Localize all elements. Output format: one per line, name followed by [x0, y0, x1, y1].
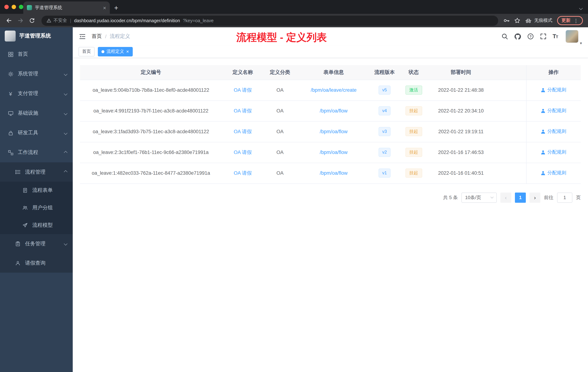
incognito-icon — [525, 18, 532, 23]
sidebar-item-process-management[interactable]: 流程管理 — [0, 162, 73, 182]
chevron-down-icon — [491, 196, 494, 198]
back-button[interactable] — [4, 16, 13, 25]
breadcrumb-home[interactable]: 首页 — [92, 33, 102, 40]
github-icon[interactable] — [514, 33, 521, 40]
definition-name-link[interactable]: OA 请假 — [234, 108, 252, 113]
navbar-actions: ? TT ▼ — [501, 30, 583, 43]
clipboard-icon — [15, 241, 21, 246]
sidebar-item-label: 流程模型 — [32, 222, 67, 229]
tag-home[interactable]: 首页 — [79, 47, 94, 56]
sidebar-item-infrastructure[interactable]: 基础设施 — [0, 103, 73, 123]
version-badge: v1 — [378, 169, 390, 178]
next-page-button[interactable]: › — [529, 192, 540, 203]
browser-tab[interactable]: 芋道管理系统 × — [23, 1, 110, 14]
browser-update-button[interactable]: 更新 ⋮ — [557, 16, 583, 25]
definition-id: oa_leave:2:3c1f0ef1-76b1-11ec-9c66-a2380… — [80, 142, 222, 163]
assign-rule-link[interactable]: 分配规则 — [541, 170, 566, 176]
sidebar-item-system[interactable]: 系统管理 — [0, 64, 73, 84]
definition-name-link[interactable]: OA 请假 — [234, 87, 252, 93]
user-menu[interactable]: ▼ — [566, 30, 583, 43]
monitor-icon — [7, 110, 14, 116]
search-icon[interactable] — [501, 33, 508, 40]
bookmark-star-icon[interactable] — [514, 17, 520, 24]
reload-button[interactable] — [28, 16, 36, 25]
form-link[interactable]: /bpm/oa/flow — [320, 129, 347, 134]
tree-list-icon — [15, 169, 21, 175]
user-icon — [541, 171, 546, 175]
form-link[interactable]: /bpm/oa/leave/create — [311, 87, 357, 93]
security-indicator[interactable]: 不安全 — [47, 17, 67, 24]
font-size-icon[interactable]: TT — [553, 33, 558, 40]
form-link[interactable]: /bpm/oa/flow — [320, 108, 347, 114]
incognito-badge: 无痕模式 — [525, 17, 552, 24]
chevron-down-icon — [64, 242, 67, 245]
tab-close-icon[interactable]: × — [103, 5, 106, 10]
page-title: 流程模型 - 定义列表 — [236, 31, 327, 44]
sidebar-item-user-group[interactable]: 用户分组 — [0, 199, 73, 217]
assign-rule-label: 分配规则 — [547, 108, 566, 114]
close-window-button[interactable] — [4, 5, 9, 9]
assign-rule-link[interactable]: 分配规则 — [541, 149, 566, 156]
tag-close-icon[interactable]: × — [126, 49, 129, 54]
sidebar-fold-icon[interactable] — [78, 33, 86, 40]
user-avatar[interactable] — [566, 30, 578, 43]
definition-id: oa_leave:4:991f2193-7b7f-11ec-a3c8-acde4… — [80, 100, 222, 121]
sidebar-item-label: 用户分组 — [32, 205, 67, 211]
sidebar-item-label: 流程表单 — [32, 187, 67, 194]
sidebar-item-label: 工作流程 — [18, 149, 64, 156]
definition-category: OA — [264, 142, 296, 163]
definition-name-link[interactable]: OA 请假 — [234, 170, 252, 176]
user-icon — [541, 150, 546, 155]
sidebar-item-task-management[interactable]: 任务管理 — [0, 234, 73, 253]
help-icon[interactable]: ? — [527, 33, 534, 40]
definition-name-link[interactable]: OA 请假 — [234, 149, 252, 155]
definition-id: oa_leave:5:004b710b-7b8a-11ec-8ef0-acde4… — [80, 80, 222, 100]
password-key-icon[interactable] — [503, 17, 509, 24]
browser-menu-icon[interactable]: ⋮ — [573, 18, 578, 23]
address-bar[interactable]: 不安全 | dashboard.yudao.iocoder.cn/bpm/man… — [42, 15, 498, 26]
assign-rule-link[interactable]: 分配规则 — [541, 87, 566, 93]
minimize-window-button[interactable] — [12, 5, 16, 9]
definition-name-link[interactable]: OA 请假 — [234, 129, 252, 134]
new-tab-button[interactable]: + — [114, 4, 118, 11]
form-link[interactable]: /bpm/oa/flow — [320, 150, 347, 155]
fullscreen-icon[interactable] — [540, 33, 546, 40]
sidebar-item-label: 任务管理 — [25, 241, 64, 247]
sidebar-item-workflow[interactable]: 工作流程 — [0, 143, 73, 162]
update-label: 更新 — [561, 17, 571, 24]
spacer-cell — [493, 80, 526, 100]
col-status: 状态 — [398, 65, 429, 80]
sidebar-item-process-model[interactable]: 流程模型 — [0, 217, 73, 234]
sidebar-item-process-form[interactable]: 流程表单 — [0, 182, 73, 199]
deploy-time: 2022-01-22 19:19:11 — [429, 121, 493, 142]
chevron-up-icon — [64, 151, 67, 154]
status-badge: 挂起 — [405, 127, 422, 136]
assign-rule-link[interactable]: 分配规则 — [541, 108, 566, 114]
sidebar-item-payment[interactable]: ¥ 支付管理 — [0, 84, 73, 103]
tab-search-chevron-icon[interactable] — [579, 6, 583, 10]
breadcrumb: 首页 / 流程定义 — [92, 33, 130, 40]
status-badge: 挂起 — [405, 148, 422, 157]
app-navbar: 首页 / 流程定义 流程模型 - 定义列表 ? — [73, 27, 588, 45]
sidebar-logo[interactable]: 芋道管理系统 — [0, 27, 73, 44]
browser-window: 芋道管理系统 × + 不安全 | dashboard.yudao.iocoder… — [0, 0, 588, 372]
deploy-time: 2022-01-22 21:48:38 — [429, 80, 493, 100]
prev-page-button[interactable]: ‹ — [500, 192, 511, 203]
sidebar-item-leave-query[interactable]: 请假查询 — [0, 253, 73, 273]
form-link[interactable]: /bpm/oa/flow — [320, 170, 347, 176]
zoom-window-button[interactable] — [19, 5, 23, 9]
page-number-button[interactable]: 1 — [515, 192, 526, 203]
toolbar-right: 无痕模式 更新 ⋮ — [503, 16, 584, 25]
form-icon — [22, 188, 28, 193]
forward-button[interactable] — [16, 16, 25, 25]
sidebar-item-dev-tools[interactable]: 研发工具 — [0, 123, 73, 143]
tag-process-definition[interactable]: 流程定义 × — [98, 47, 133, 56]
page-size-value: 10条/页 — [465, 194, 481, 201]
page-size-select[interactable]: 10条/页 — [462, 192, 497, 203]
assign-rule-link[interactable]: 分配规则 — [541, 128, 566, 135]
sidebar-item-home[interactable]: 首页 — [0, 44, 73, 64]
tag-label: 首页 — [82, 48, 91, 55]
col-actions: 操作 — [526, 65, 581, 80]
goto-page-input[interactable] — [557, 192, 572, 203]
tab-favicon-icon — [27, 5, 32, 10]
